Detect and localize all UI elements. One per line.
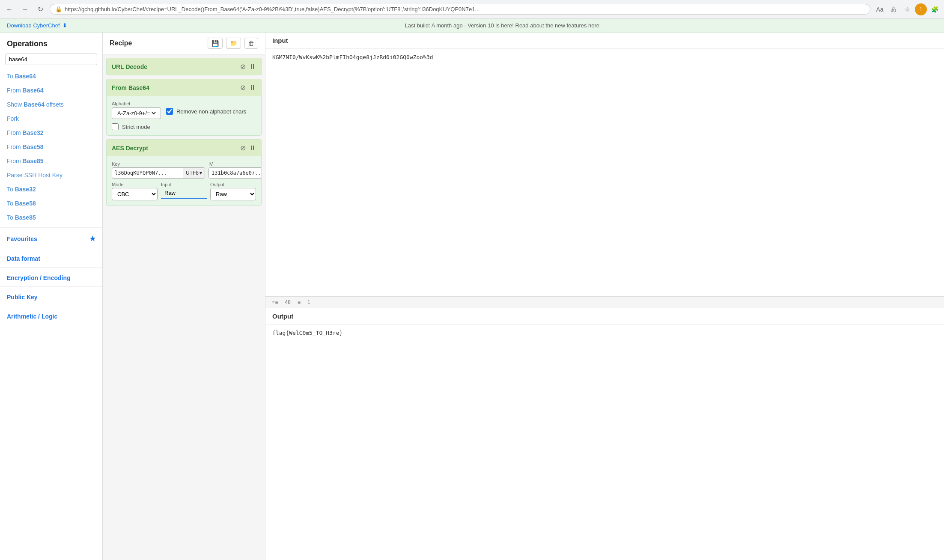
aes-iv-field: IV UTF8 ▾ [208,161,262,179]
aes-decrypt-disable-button[interactable]: ⊘ [240,144,246,152]
forward-button[interactable]: → [19,3,31,15]
aes-input-select[interactable] [161,188,207,198]
url-text: https://gchq.github.io/CyberChef/#recipe… [65,6,479,12]
sidebar-search [0,54,102,69]
sidebar-item-from-base32[interactable]: From Base32 [0,126,102,140]
recipe-header: Recipe 💾 📁 🗑 [103,33,265,54]
url-decode-pause-button[interactable]: ⏸ [249,63,256,71]
recipe-area: Recipe 💾 📁 🗑 URL Decode ⊘ ⏸ From Base64 [103,33,265,560]
sidebar-section-public-key[interactable]: Public Key [0,289,102,303]
aes-output-select[interactable]: Raw [210,188,256,200]
sidebar-data-format-label: Data format [7,255,40,262]
sidebar-divider-3 [0,267,102,268]
sidebar-section-encryption[interactable]: Encryption / Encoding [0,270,102,284]
aes-decrypt-body: Key UTF8 ▾ IV [107,156,261,206]
remove-non-alphabet-row: Remove non-alphabet chars [166,108,246,115]
alphabet-select-control[interactable]: A-Za-z0-9+/= [112,107,161,119]
strict-mode-label: Strict mode [122,124,150,130]
sidebar-divider-5 [0,306,102,306]
profile-button[interactable]: 1 [915,3,927,15]
browser-actions: Aa あ ☆ 1 🧩 [874,3,941,15]
aes-mode-select[interactable]: CBC [112,188,158,200]
sidebar-item-to-base58[interactable]: To Base58 [0,197,102,211]
output-stats: ≈≡ 48 ≡ 1 [265,297,944,308]
alphabet-row: Alphabet A-Za-z0-9+/= Remove non-alphabe… [112,101,256,119]
aes-output-field: Output Raw [210,182,256,200]
aes-input-label: Input [161,182,207,187]
from-base64-pause-button[interactable]: ⏸ [249,84,256,92]
remove-non-alphabet-checkbox[interactable] [166,108,173,115]
sidebar-favourites-label: Favourites [7,235,37,242]
url-bar[interactable]: 🔒 https://gchq.github.io/CyberChef/#reci… [50,4,870,15]
strict-mode-row: Strict mode [112,123,256,130]
sidebar-item-to-base32[interactable]: To Base32 [0,182,102,197]
sidebar-item-from-base64[interactable]: From Base64 [0,83,102,98]
from-base64-header: From Base64 ⊘ ⏸ [107,79,261,96]
output-content: flag{WelC0m5_TO_H3re} [265,325,944,341]
sidebar-item-show-base64-offsets[interactable]: Show Base64 offsets [0,98,102,112]
char-count-icon: ≈≡ [272,299,278,305]
aes-decrypt-pause-button[interactable]: ⏸ [249,144,256,152]
aes-key-encoding-chevron: ▾ [200,170,202,176]
url-decode-disable-button[interactable]: ⊘ [240,63,246,71]
reader-mode-button[interactable]: Aa [874,3,886,15]
char-count: 48 [285,299,291,305]
url-decode-title: URL Decode [112,63,147,70]
app-layout: Operations To Base64 From Base64 Show Ba… [0,33,944,560]
line-count: 1 [307,299,310,305]
sidebar-item-fork[interactable]: Fork [0,112,102,126]
sidebar-section-data-format[interactable]: Data format [0,251,102,265]
sidebar-item-from-base58[interactable]: From Base58 [0,140,102,154]
open-recipe-button[interactable]: 📁 [226,38,241,49]
output-panel: Output flag{WelC0m5_TO_H3re} [265,308,944,560]
aes-iv-input-row: UTF8 ▾ [208,167,262,179]
from-base64-disable-button[interactable]: ⊘ [240,83,246,92]
aes-input-field: Input [161,182,207,200]
sidebar-item-to-base64[interactable]: To Base64 [0,69,102,83]
sidebar-public-key-label: Public Key [7,294,38,301]
aes-key-input[interactable] [112,168,183,178]
aes-key-iv-row: Key UTF8 ▾ IV [112,161,256,179]
input-content[interactable]: KGM7NI0/WvKswK%2bPlmFIhO4gqe8jJzRd0i02GQ… [265,49,944,66]
sidebar-item-from-base85[interactable]: From Base85 [0,154,102,168]
strict-mode-checkbox[interactable] [112,123,119,130]
lock-icon: 🔒 [55,6,62,12]
sidebar-title: Operations [0,38,102,54]
refresh-button[interactable]: ↻ [34,3,46,15]
back-button[interactable]: ← [3,3,15,15]
save-recipe-button[interactable]: 💾 [208,38,223,49]
url-decode-controls: ⊘ ⏸ [240,63,256,71]
sidebar-divider-4 [0,286,102,287]
aes-key-field: Key UTF8 ▾ [112,161,205,179]
sidebar-item-parse-ssh[interactable]: Parse SSH Host Key [0,168,102,182]
input-panel: Input KGM7NI0/WvKswK%2bPlmFIhO4gqe8jJzRd… [265,33,944,297]
download-cyberchef-link[interactable]: Download CyberChef [7,22,60,29]
aes-output-label: Output [210,182,256,187]
alphabet-label: Alphabet [112,101,161,106]
sidebar-arithmetic-label: Arithmetic / Logic [7,313,57,320]
sidebar-section-favourites[interactable]: Favourites ★ [0,230,102,245]
aes-iv-input[interactable] [209,168,262,178]
download-bar: Download CyberChef ⬇ Last build: A month… [0,19,944,33]
url-decode-header: URL Decode ⊘ ⏸ [107,58,261,75]
browser-chrome: ← → ↻ 🔒 https://gchq.github.io/CyberChef… [0,0,944,19]
sidebar-divider-2 [0,248,102,248]
from-base64-controls: ⊘ ⏸ [240,83,256,92]
aes-key-encoding-select[interactable]: UTF8 ▾ [183,168,205,178]
search-input[interactable] [5,54,97,65]
extensions-button[interactable]: 🧩 [929,3,941,15]
last-build-text: Last build: A month ago - Version 10 is … [405,22,600,29]
star-icon: ★ [89,235,95,243]
translate-button[interactable]: あ [887,3,899,15]
aes-decrypt-operation: AES Decrypt ⊘ ⏸ Key UTF8 ▾ [106,139,262,206]
aes-key-input-row: UTF8 ▾ [112,167,205,179]
aes-decrypt-header: AES Decrypt ⊘ ⏸ [107,140,261,156]
output-title: Output [265,308,944,325]
delete-recipe-button[interactable]: 🗑 [244,38,258,49]
sidebar-item-to-base85[interactable]: To Base85 [0,211,102,225]
download-icon: ⬇ [63,22,67,29]
sidebar-section-arithmetic[interactable]: Arithmetic / Logic [0,309,102,322]
from-base64-operation: From Base64 ⊘ ⏸ Alphabet A-Za-z0-9+/= [106,79,262,136]
bookmark-button[interactable]: ☆ [901,3,913,15]
alphabet-select[interactable]: A-Za-z0-9+/= [116,110,157,117]
